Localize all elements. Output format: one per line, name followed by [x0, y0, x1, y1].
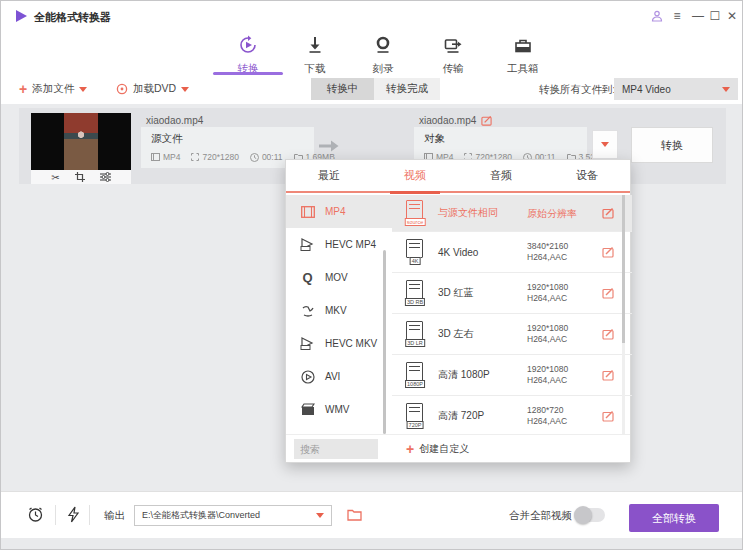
panel-tab-recent[interactable]: 最近	[286, 160, 372, 191]
preset-4k-video[interactable]: 4K 4K Video 3840*2160H264,AAC	[392, 231, 632, 272]
output-format-dropdown[interactable]: MP4 Video	[614, 78, 738, 100]
preset-resolution: 1280*720	[527, 405, 563, 415]
edit-preset-icon[interactable]	[602, 369, 614, 381]
tab-download-label: 下载	[305, 62, 326, 76]
dvd-icon	[116, 83, 128, 95]
preset-3d-anaglyph[interactable]: 3D RB 3D 红蓝 1920*1080H264,AAC	[392, 272, 632, 313]
format-item-hevc-mkv[interactable]: HEVC MKV	[286, 327, 392, 360]
format-item-avi[interactable]: AVI	[286, 360, 392, 393]
edit-preset-icon[interactable]	[602, 246, 614, 258]
task-list-area: ✂ xiaodao.mp4 源文件 MP4 720*1280 00:11 1.6…	[1, 104, 742, 491]
preset-codec: H264,AAC	[527, 252, 567, 262]
add-files-button[interactable]: + 添加文件	[19, 78, 87, 100]
mkv-icon	[299, 305, 316, 317]
format-item-mp4[interactable]: MP4	[286, 195, 392, 228]
convert-all-to-label: 转换所有文件到:	[539, 83, 615, 97]
panel-tab-device[interactable]: 设备	[544, 160, 630, 191]
tab-converting[interactable]: 转换中	[311, 78, 374, 100]
preset-3d-rb-icon: 3D RB	[404, 280, 426, 306]
tab-toolbox[interactable]: 工具箱	[491, 35, 555, 75]
merge-videos-toggle[interactable]	[575, 508, 605, 522]
output-path-dropdown[interactable]: E:\全能格式转换器\Converted	[134, 505, 332, 526]
hardware-accel-icon[interactable]	[67, 506, 80, 527]
preset-3d-sbs[interactable]: 3D LR 3D 左右 1920*1080H264,AAC	[392, 313, 632, 354]
video-preview-image	[64, 113, 98, 170]
format-list: MP4 HEVC MP4 Q MOV MKV HEVC MKV	[286, 195, 392, 434]
tab-converted-label: 转换完成	[386, 82, 428, 96]
edit-tools: ✂	[31, 170, 131, 184]
effects-icon[interactable]	[100, 172, 111, 182]
edit-preset-icon[interactable]	[602, 207, 614, 219]
preset-resolution: 原始分辨率	[527, 208, 577, 219]
tab-transfer[interactable]: 传输	[421, 35, 485, 75]
output-format-value: MP4 Video	[622, 84, 671, 95]
format-item-m4v[interactable]: M4V	[286, 426, 392, 434]
panel-tab-audio[interactable]: 音频	[458, 160, 544, 191]
tab-burn[interactable]: 刻录	[351, 35, 415, 75]
source-box-label: 源文件	[151, 132, 304, 146]
divider	[89, 505, 90, 525]
preset-same-as-source[interactable]: source 与源文件相同 原始分辨率	[392, 195, 632, 231]
title-bar: 全能格式转换器 ≡ — ☐ ✕	[1, 1, 742, 31]
tab-burn-label: 刻录	[373, 62, 394, 76]
format-label: HEVC MKV	[325, 338, 377, 349]
hevc-mkv-icon	[299, 337, 316, 350]
toolbox-icon	[513, 35, 533, 59]
convert-all-button[interactable]: 全部转换	[629, 504, 719, 532]
format-item-mkv[interactable]: MKV	[286, 294, 392, 327]
format-item-mov[interactable]: Q MOV	[286, 261, 392, 294]
format-item-wmv[interactable]: WMV	[286, 393, 392, 426]
preset-resolution: 1920*1080	[527, 364, 568, 374]
preset-list-scrollbar[interactable]	[622, 195, 625, 343]
minimize-icon[interactable]: —	[690, 8, 706, 24]
source-format: MP4	[163, 152, 180, 162]
panel-tab-recent-label: 最近	[318, 168, 340, 183]
close-icon[interactable]: ✕	[724, 8, 740, 24]
panel-tab-video[interactable]: 视频	[372, 160, 458, 191]
convert-all-button-label: 全部转换	[652, 511, 696, 526]
panel-tab-audio-label: 音频	[490, 168, 512, 183]
chevron-down-icon	[722, 87, 730, 92]
source-duration: 00:11	[262, 152, 283, 162]
convert-row-button[interactable]: 转换	[631, 127, 713, 163]
panel-tab-device-label: 设备	[576, 168, 598, 183]
chevron-down-icon	[601, 142, 609, 147]
format-picker-button[interactable]	[592, 130, 618, 159]
rename-icon[interactable]	[481, 115, 492, 126]
preset-hd-1080p[interactable]: 1080P 高清 1080P 1920*1080H264,AAC	[392, 354, 632, 395]
target-filename-row: xiaodao.mp4	[419, 115, 492, 126]
preset-codec: H264,AAC	[527, 293, 567, 303]
tab-convert[interactable]: 转换	[216, 35, 280, 75]
preset-name: 高清 720P	[438, 409, 484, 423]
load-dvd-button[interactable]: 加载DVD	[116, 78, 189, 100]
format-label: WMV	[325, 404, 349, 415]
resolution-icon	[191, 153, 199, 161]
preset-3d-lr-icon: 3D LR	[404, 321, 426, 347]
app-window: 全能格式转换器 ≡ — ☐ ✕ 转换 下载 刻录 传输	[0, 0, 743, 550]
edit-preset-icon[interactable]	[602, 410, 614, 422]
source-resolution: 720*1280	[202, 152, 238, 162]
trim-icon[interactable]: ✂	[51, 172, 59, 183]
menu-icon[interactable]: ≡	[669, 8, 685, 24]
maximize-icon[interactable]: ☐	[707, 8, 723, 24]
account-icon[interactable]	[649, 8, 665, 24]
open-folder-icon[interactable]	[347, 507, 362, 525]
tab-download[interactable]: 下载	[283, 35, 347, 75]
create-custom-button[interactable]: + 创建自定义	[406, 442, 469, 456]
search-input[interactable]	[294, 439, 378, 459]
tab-toolbox-label: 工具箱	[507, 62, 539, 76]
preset-hd-720p[interactable]: 720P 高清 720P 1280*720H264,AAC	[392, 395, 632, 434]
tab-converted[interactable]: 转换完成	[374, 78, 440, 100]
format-label: HEVC MP4	[325, 239, 376, 250]
schedule-icon[interactable]	[27, 506, 44, 527]
mov-icon: Q	[299, 270, 316, 285]
tab-transfer-label: 传输	[443, 62, 464, 76]
crop-icon[interactable]	[75, 172, 85, 182]
format-item-hevc-mp4[interactable]: HEVC MP4	[286, 228, 392, 261]
edit-preset-icon[interactable]	[602, 287, 614, 299]
preset-name: 高清 1080P	[438, 368, 490, 382]
format-list-scrollbar[interactable]	[383, 250, 386, 434]
toggle-knob	[574, 506, 592, 524]
edit-preset-icon[interactable]	[602, 328, 614, 340]
preset-4k-icon: 4K	[404, 239, 426, 265]
